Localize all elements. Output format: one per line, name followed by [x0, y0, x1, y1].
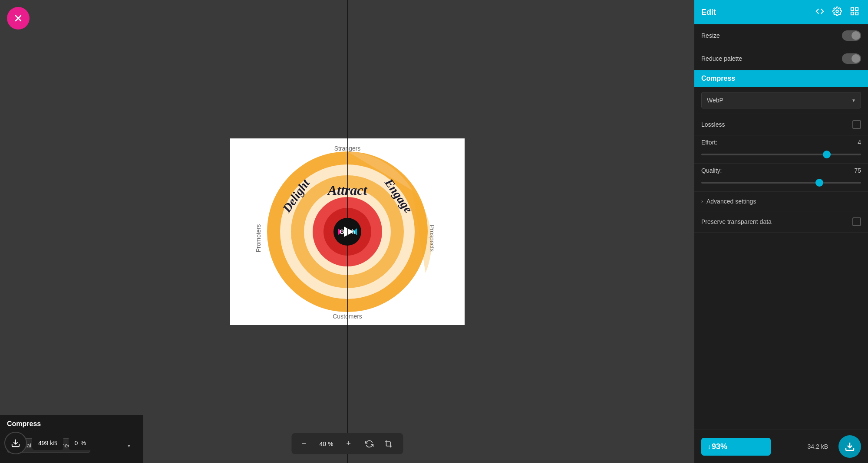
reduce-palette-toggle-thumb: [851, 54, 860, 63]
panel-content: Resize Reduce palette Compress WebP JPEG…: [694, 24, 868, 430]
action-bar: ↓ 93% 34.2 kB: [694, 430, 868, 463]
download-button[interactable]: [838, 435, 861, 458]
file-size-result: 34.2 kB: [804, 443, 832, 450]
quality-value: 75: [854, 167, 861, 174]
effort-label: Effort:: [701, 139, 717, 146]
settings-icon-button[interactable]: [831, 5, 844, 20]
preserve-transparent-checkbox[interactable]: [852, 217, 861, 226]
svg-rect-23: [855, 7, 858, 10]
quality-header: Quality: 75: [701, 167, 861, 174]
svg-point-21: [836, 10, 838, 13]
svg-rect-25: [851, 12, 854, 14]
compress-panel-header: Compress: [0, 415, 143, 433]
compress-section-header: Compress: [694, 70, 868, 87]
advanced-settings-row[interactable]: › Advanced settings: [694, 192, 868, 211]
bottom-controls: 499 kB 0 %: [4, 432, 92, 454]
reduce-palette-toggle[interactable]: [842, 53, 861, 64]
lossless-checkbox[interactable]: [852, 120, 861, 129]
svg-text:G: G: [340, 228, 344, 235]
lossless-row: Lossless: [694, 114, 868, 135]
quality-slider-section: Quality: 75: [694, 164, 868, 192]
compare-icon-button[interactable]: [813, 5, 826, 20]
original-file-size: 499 kB: [32, 436, 63, 450]
canvas-area: G h Attract Delight Engage Strangers Pro…: [0, 0, 694, 463]
resize-toggle[interactable]: [842, 30, 861, 41]
close-button[interactable]: [7, 7, 30, 30]
effort-slider[interactable]: [701, 154, 861, 155]
rotate-button[interactable]: [361, 437, 377, 451]
reduce-palette-row: Reduce palette: [694, 47, 868, 70]
canvas-divider: [347, 0, 348, 463]
svg-rect-24: [855, 12, 858, 14]
format-select[interactable]: WebP JPEG PNG AVIF: [701, 92, 861, 108]
effort-header: Effort: 4: [701, 139, 861, 146]
effort-value: 4: [858, 139, 861, 146]
zoom-out-button[interactable]: −: [298, 437, 310, 451]
quality-slider[interactable]: [701, 182, 861, 184]
resize-label: Resize: [701, 32, 720, 39]
svg-text:h: h: [351, 228, 355, 235]
right-panel: Edit: [694, 0, 868, 463]
zoom-in-button[interactable]: +: [343, 437, 355, 451]
preserve-transparent-row: Preserve transparent data: [694, 211, 868, 233]
compression-result-badge: ↓ 93%: [701, 438, 771, 456]
svg-rect-22: [851, 7, 854, 10]
zoom-display: 40 %: [314, 439, 340, 449]
effort-slider-section: Effort: 4: [694, 135, 868, 164]
reduce-palette-label: Reduce palette: [701, 55, 742, 62]
lossless-label: Lossless: [701, 121, 725, 128]
download-button-small[interactable]: [4, 432, 27, 454]
edit-icons: [813, 5, 861, 20]
advanced-chevron-icon: ›: [701, 198, 703, 204]
crop-button[interactable]: [380, 437, 396, 451]
advanced-settings-label: Advanced settings: [706, 198, 756, 205]
edit-title: Edit: [701, 8, 716, 17]
compression-arrow: ↓: [707, 443, 711, 450]
compression-percent: 93%: [712, 442, 727, 451]
quality-label: Quality:: [701, 167, 722, 174]
compression-percent-badge: 0 %: [69, 436, 92, 450]
svg-text:Promoters: Promoters: [255, 224, 262, 252]
preserve-transparent-label: Preserve transparent data: [701, 218, 772, 225]
compress-section-title: Compress: [701, 75, 735, 82]
display-icon-button[interactable]: [848, 5, 861, 20]
bottom-toolbar: − 40 % +: [291, 433, 403, 454]
format-select-wrapper: WebP JPEG PNG AVIF: [701, 92, 861, 108]
resize-toggle-thumb: [851, 31, 860, 40]
edit-header: Edit: [694, 0, 868, 24]
format-select-row: WebP JPEG PNG AVIF: [694, 87, 868, 114]
resize-row: Resize: [694, 24, 868, 47]
